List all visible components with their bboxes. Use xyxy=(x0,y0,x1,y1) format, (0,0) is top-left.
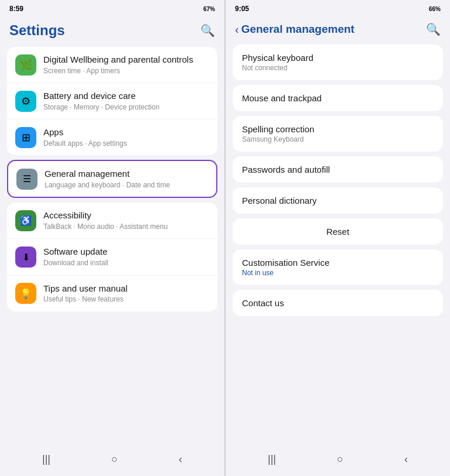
right-screen: 9:05 66% ‹ General management 🔍 Physical… xyxy=(226,0,450,476)
accessibility-title: Accessibility xyxy=(43,210,209,221)
apps-title: Apps xyxy=(43,126,209,138)
gm-item-passwords[interactable]: Passwords and autofill xyxy=(233,156,443,183)
accessibility-text: Accessibility TalkBack · Mono audio · As… xyxy=(43,210,209,231)
settings-item-apps[interactable]: ⊞ Apps Default apps · App settings xyxy=(7,119,217,155)
physical-keyboard-title: Physical keyboard xyxy=(242,53,434,63)
left-screen-title: Settings xyxy=(9,22,65,39)
battery-text: Battery and device care Storage · Memory… xyxy=(43,90,209,112)
apps-icon: ⊞ xyxy=(15,127,36,148)
left-nav-home[interactable]: ○ xyxy=(104,451,125,468)
left-time: 8:59 xyxy=(9,5,23,13)
tips-icon: 💡 xyxy=(15,283,36,304)
right-battery-text: 66% xyxy=(429,6,441,12)
gm-section-reset: Reset ◄ xyxy=(233,218,443,245)
left-search-button[interactable]: 🔍 xyxy=(200,23,215,37)
gm-section-spelling: Spelling correction Samsung Keyboard xyxy=(233,116,443,152)
general-management-text: General management Language and keyboard… xyxy=(45,168,208,190)
gm-section-personal-dict: Personal dictionary xyxy=(233,187,443,214)
gm-item-reset[interactable]: Reset ◄ xyxy=(233,218,443,245)
gm-section-passwords: Passwords and autofill xyxy=(233,156,443,183)
mouse-title: Mouse and trackpad xyxy=(242,93,434,103)
contact-title: Contact us xyxy=(242,298,434,308)
settings-section-1: 🌿 Digital Wellbeing and parental control… xyxy=(7,47,217,155)
software-update-text: Software update Download and install xyxy=(43,246,209,268)
right-nav-bar: ||| ○ ‹ xyxy=(226,445,450,476)
gm-item-contact[interactable]: Contact us xyxy=(233,290,443,316)
software-update-title: Software update xyxy=(43,246,209,258)
digital-wellbeing-subtitle: Screen time · App timers xyxy=(43,67,209,76)
right-screen-title: General management xyxy=(241,23,426,36)
right-time: 9:05 xyxy=(235,5,249,13)
apps-text: Apps Default apps · App settings xyxy=(43,126,209,148)
right-nav-home[interactable]: ○ xyxy=(330,451,350,468)
settings-item-accessibility[interactable]: ♿ Accessibility TalkBack · Mono audio · … xyxy=(7,203,217,239)
right-nav-back[interactable]: ‹ xyxy=(397,451,415,468)
tips-text: Tips and user manual Useful tips · New f… xyxy=(43,283,209,304)
settings-list: 🌿 Digital Wellbeing and parental control… xyxy=(0,44,224,445)
gm-item-personal-dict[interactable]: Personal dictionary xyxy=(233,187,443,214)
physical-keyboard-subtitle: Not connected xyxy=(242,64,434,72)
customisation-title: Customisation Service xyxy=(242,258,434,268)
battery-icon: ⚙ xyxy=(15,91,36,112)
spelling-title: Spelling correction xyxy=(242,124,434,134)
left-header: Settings 🔍 xyxy=(0,16,224,44)
gm-section-customisation: Customisation Service Not in use xyxy=(233,249,443,285)
gm-section-contact: Contact us xyxy=(233,290,443,316)
gm-section-mouse: Mouse and trackpad xyxy=(233,85,443,111)
left-nav-back[interactable]: ‹ xyxy=(172,451,189,468)
settings-item-tips[interactable]: 💡 Tips and user manual Useful tips · New… xyxy=(7,276,217,311)
accessibility-icon: ♿ xyxy=(15,210,36,231)
right-header: ‹ General management 🔍 xyxy=(226,16,450,42)
gm-item-spelling[interactable]: Spelling correction Samsung Keyboard xyxy=(233,116,443,152)
gm-item-customisation[interactable]: Customisation Service Not in use xyxy=(233,249,443,285)
software-update-subtitle: Download and install xyxy=(43,259,209,268)
general-management-icon: ☰ xyxy=(16,169,38,190)
general-management-title: General management xyxy=(45,168,208,180)
settings-item-digital-wellbeing[interactable]: 🌿 Digital Wellbeing and parental control… xyxy=(7,47,217,83)
right-search-button[interactable]: 🔍 xyxy=(426,22,441,36)
tips-title: Tips and user manual xyxy=(43,283,209,294)
right-battery: 66% xyxy=(429,6,441,12)
digital-wellbeing-title: Digital Wellbeing and parental controls xyxy=(43,54,209,66)
settings-section-2: ☰ General management Language and keyboa… xyxy=(7,160,217,198)
left-nav-menu[interactable]: ||| xyxy=(35,451,57,468)
left-status-bar: 8:59 67% xyxy=(0,0,224,16)
digital-wellbeing-icon: 🌿 xyxy=(15,54,36,76)
reset-title: Reset xyxy=(326,227,349,237)
gm-item-physical-keyboard[interactable]: Physical keyboard Not connected xyxy=(233,44,443,80)
accessibility-subtitle: TalkBack · Mono audio · Assistant menu xyxy=(43,222,209,232)
left-screen: 8:59 67% Settings 🔍 🌿 Digital Wellbeing … xyxy=(0,0,224,476)
settings-item-software-update[interactable]: ⬇ Software update Download and install xyxy=(7,239,217,275)
settings-item-general-management[interactable]: ☰ General management Language and keyboa… xyxy=(8,161,216,197)
battery-subtitle: Storage · Memory · Device protection xyxy=(43,103,209,112)
passwords-title: Passwords and autofill xyxy=(242,165,434,174)
spelling-subtitle: Samsung Keyboard xyxy=(242,135,434,143)
left-nav-bar: ||| ○ ‹ xyxy=(0,445,224,476)
left-battery-text: 67% xyxy=(203,6,215,12)
customisation-subtitle: Not in use xyxy=(242,269,434,277)
gm-item-mouse[interactable]: Mouse and trackpad xyxy=(233,85,443,111)
digital-wellbeing-text: Digital Wellbeing and parental controls … xyxy=(43,54,209,76)
reset-arrow-indicator: ◄ xyxy=(439,222,443,241)
settings-item-battery[interactable]: ⚙ Battery and device care Storage · Memo… xyxy=(7,83,217,119)
right-nav-menu[interactable]: ||| xyxy=(261,451,283,468)
gm-list: Physical keyboard Not connected Mouse an… xyxy=(226,42,450,445)
apps-subtitle: Default apps · App settings xyxy=(43,139,209,149)
back-button[interactable]: ‹ xyxy=(235,23,239,36)
tips-subtitle: Useful tips · New features xyxy=(43,295,209,304)
software-update-icon: ⬇ xyxy=(15,246,36,268)
left-battery: 67% xyxy=(203,6,215,12)
gm-section-physical-keyboard: Physical keyboard Not connected xyxy=(233,44,443,80)
personal-dict-title: Personal dictionary xyxy=(242,196,434,206)
general-management-subtitle: Language and keyboard · Date and time xyxy=(45,181,208,190)
right-status-bar: 9:05 66% xyxy=(226,0,450,16)
battery-title: Battery and device care xyxy=(43,90,209,102)
settings-section-3: ♿ Accessibility TalkBack · Mono audio · … xyxy=(7,203,217,311)
